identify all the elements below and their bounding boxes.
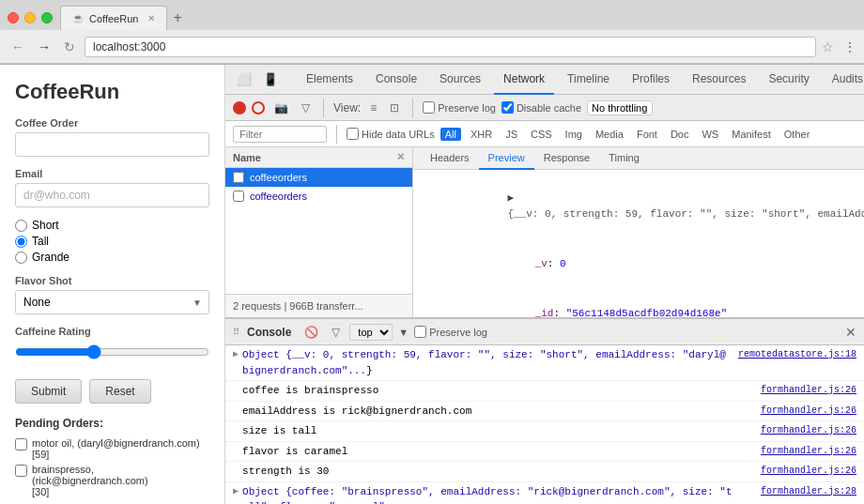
size-group: Short Tall Grande (15, 219, 209, 264)
request-item-1[interactable]: coffeeorders (225, 168, 412, 187)
filter-xhr[interactable]: XHR (467, 128, 496, 141)
reload-button[interactable]: ↻ (60, 38, 79, 56)
stop-button[interactable] (252, 101, 265, 115)
view-list-icon[interactable]: ≡ (366, 99, 380, 116)
tab-network[interactable]: Network (494, 65, 554, 95)
detail-tab-headers[interactable]: Headers (421, 147, 479, 170)
size-short-option[interactable]: Short (15, 219, 209, 232)
reset-button[interactable]: Reset (89, 379, 150, 404)
tab-elements[interactable]: Elements (297, 65, 363, 95)
console-context-select[interactable]: top (349, 324, 393, 341)
record-button[interactable] (233, 101, 246, 115)
list-header: Name ✕ (225, 147, 412, 168)
back-button[interactable]: ← (8, 38, 28, 56)
disable-cache-input[interactable] (501, 101, 514, 114)
browser-tab[interactable]: ☕ CoffeeRun ✕ (60, 6, 167, 30)
tab-resources[interactable]: Resources (683, 65, 755, 95)
view-preview-icon[interactable]: ⊡ (386, 99, 403, 116)
size-tall-option[interactable]: Tall (15, 235, 209, 248)
filter-media[interactable]: Media (592, 128, 627, 141)
flavor-shot-select[interactable]: None Caramel Vanilla (15, 290, 209, 314)
console-filter-btn[interactable]: ▽ (328, 324, 344, 341)
close-traffic-light[interactable] (8, 12, 19, 23)
app-panel: CoffeeRun Coffee Order Email Short Tall (0, 65, 225, 504)
new-tab-button[interactable]: + (167, 9, 187, 26)
coffee-order-input[interactable] (15, 132, 209, 157)
forward-button[interactable]: → (34, 38, 54, 56)
console-file-3[interactable]: formhandler.js:26 (744, 423, 856, 437)
toolbar-separator-3 (412, 99, 413, 117)
console-file-2[interactable]: formhandler.js:26 (744, 404, 856, 418)
maximize-traffic-light[interactable] (41, 12, 53, 23)
filter-manifest[interactable]: Manifest (728, 128, 775, 141)
console-file-1[interactable]: formhandler.js:26 (744, 383, 856, 397)
pending-order-2-checkbox[interactable] (15, 465, 27, 477)
form-buttons: Submit Reset (15, 379, 209, 404)
close-column-icon[interactable]: ✕ (396, 151, 405, 163)
tab-sources[interactable]: Sources (430, 65, 490, 95)
filter-doc[interactable]: Doc (667, 128, 693, 141)
size-grande-radio[interactable] (15, 252, 27, 264)
size-grande-option[interactable]: Grande (15, 251, 209, 264)
filter-all-btn[interactable]: All (440, 128, 461, 141)
filter-ws[interactable]: WS (698, 128, 722, 141)
filter-input[interactable] (233, 126, 327, 143)
expand-icon-6[interactable]: ▶ (233, 484, 239, 498)
console-file-0[interactable]: remotedatastore.js:18 (738, 347, 856, 361)
minimize-traffic-light[interactable] (24, 12, 36, 23)
throttle-select[interactable]: No throttling (587, 100, 653, 115)
json-field-v: _v: 0 (436, 239, 856, 289)
filter-other[interactable]: Other (780, 128, 814, 141)
filter-img[interactable]: Img (562, 128, 586, 141)
hide-data-urls-input[interactable] (347, 128, 359, 140)
json-field-id: _id: "56c1148d5acdfb02d94d168e" (436, 289, 856, 317)
expand-icon-0[interactable]: ▶ (233, 347, 239, 361)
hide-data-urls-checkbox[interactable]: Hide data URLs (347, 128, 435, 140)
tab-audits[interactable]: Audits (823, 65, 864, 95)
size-tall-radio[interactable] (15, 236, 27, 248)
disable-cache-checkbox[interactable]: Disable cache (501, 101, 581, 114)
caffeine-slider[interactable] (15, 344, 209, 359)
toolbar-separator-2 (323, 99, 324, 117)
tab-profiles[interactable]: Profiles (623, 65, 679, 95)
console-clear-btn[interactable]: 🚫 (301, 324, 322, 341)
request-1-checkbox[interactable] (233, 172, 244, 183)
console-toolbar: ⠿ Console 🚫 ▽ top ▼ Preserve log ✕ (225, 319, 864, 345)
console-drag-icon[interactable]: ⠿ (233, 327, 239, 337)
filter-js[interactable]: JS (501, 128, 521, 141)
pending-order-1-checkbox[interactable] (15, 438, 27, 451)
preserve-log-checkbox[interactable]: Preserve log (423, 101, 496, 114)
devtools-element-picker[interactable]: ⬜ (233, 70, 255, 88)
detail-tab-response[interactable]: Response (534, 147, 600, 170)
tab-security[interactable]: Security (759, 65, 818, 95)
json-collapse-arrow[interactable]: ▶ (507, 192, 514, 204)
detail-tab-preview[interactable]: Preview (479, 147, 534, 170)
browser-more-icon[interactable]: ⋮ (843, 39, 856, 54)
filter-css[interactable]: CSS (527, 128, 556, 141)
devtools-mobile-icon[interactable]: 📱 (259, 70, 282, 88)
size-short-radio[interactable] (15, 220, 27, 232)
request-item-2[interactable]: coffeeorders (225, 187, 412, 206)
detail-tab-timing[interactable]: Timing (599, 147, 649, 170)
console-preserve-checkbox[interactable]: Preserve log (414, 326, 487, 338)
console-dropdown-icon[interactable]: ▼ (398, 327, 409, 338)
pending-order-1-text: motor oil, (daryl@bignerdranch.com) [59] (32, 437, 209, 460)
tab-timeline[interactable]: Timeline (558, 65, 619, 95)
console-file-4[interactable]: formhandler.js:26 (744, 444, 856, 458)
filter-font[interactable]: Font (633, 128, 661, 141)
preserve-log-input[interactable] (423, 101, 435, 114)
console-preserve-input[interactable] (414, 326, 426, 338)
console-file-6[interactable]: formhandler.js:28 (744, 484, 856, 498)
console-text-6: Object {coffee: "brainspresso", emailAdd… (242, 484, 736, 505)
tab-console[interactable]: Console (366, 65, 426, 95)
submit-button[interactable]: Submit (15, 379, 82, 404)
bookmark-icon[interactable]: ☆ (822, 39, 834, 54)
console-close-btn[interactable]: ✕ (845, 325, 856, 340)
request-2-checkbox[interactable] (233, 191, 244, 202)
console-file-5[interactable]: formhandler.js:26 (744, 464, 856, 478)
email-input[interactable] (15, 183, 209, 207)
filter-icon[interactable]: ▽ (298, 99, 314, 116)
address-bar[interactable] (85, 37, 816, 57)
camera-icon[interactable]: 📷 (270, 99, 292, 116)
tab-close-btn[interactable]: ✕ (147, 13, 155, 23)
